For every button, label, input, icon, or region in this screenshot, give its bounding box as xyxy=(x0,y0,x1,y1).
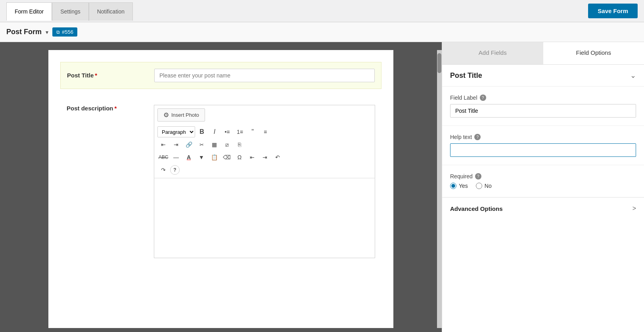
insert-photo-button[interactable]: ⚙ Insert Photo xyxy=(157,108,205,122)
post-description-field-row: Post description* ⚙ Insert Photo xyxy=(60,98,381,258)
form-id-badge[interactable]: ⧉ #556 xyxy=(52,27,77,37)
undo-button[interactable]: ↶ xyxy=(272,152,284,163)
save-form-button[interactable]: Save Form xyxy=(588,4,638,18)
main-tabs: Form Editor Settings Notification xyxy=(6,2,133,20)
blockquote-button[interactable]: " xyxy=(247,126,259,137)
required-yes-label: Yes xyxy=(459,183,468,189)
help-toolbar-button[interactable]: ? xyxy=(170,165,180,175)
outdent-button[interactable]: ⇤ xyxy=(246,152,258,163)
insert-photo-icon: ⚙ xyxy=(163,111,169,119)
required-radio-group: Yes No xyxy=(450,183,636,189)
required-help-icon[interactable]: ? xyxy=(475,173,481,180)
required-group: Required ? Yes No xyxy=(442,165,644,197)
required-yes-radio[interactable] xyxy=(450,183,456,189)
field-label-input[interactable] xyxy=(450,104,636,118)
editor-toolbar: Paragraph Heading 1 Heading 2 Heading 3 … xyxy=(154,124,375,178)
panel-tabs: Add Fields Field Options xyxy=(442,42,644,65)
form-canvas: Post Title* Post description* ⚙ xyxy=(48,50,393,328)
post-title-input[interactable] xyxy=(154,69,375,82)
unlink-button[interactable]: ✂ xyxy=(196,139,207,150)
font-color-arrow[interactable]: ▼ xyxy=(196,152,207,163)
scrollbar[interactable] xyxy=(437,50,442,328)
toolbar-row-4: ↷ ? xyxy=(157,164,372,176)
tab-field-options[interactable]: Field Options xyxy=(543,42,644,64)
insert-photo-label: Insert Photo xyxy=(171,112,199,118)
form-id-text: #556 xyxy=(62,29,73,35)
required-no-option[interactable]: No xyxy=(476,183,492,189)
eraser-button[interactable]: ⌫ xyxy=(221,152,233,163)
required-heading: Required ? xyxy=(450,173,636,180)
tab-notification[interactable]: Notification xyxy=(89,2,133,21)
scroll-thumb xyxy=(437,53,441,73)
horizontal-rule-button[interactable]: — xyxy=(170,152,182,163)
special-char-button[interactable]: Ω xyxy=(234,152,245,163)
form-title: Post Form xyxy=(6,28,42,36)
tab-form-editor[interactable]: Form Editor xyxy=(6,2,52,21)
advanced-options-chevron-icon: > xyxy=(632,205,636,212)
source-button[interactable]: ⎘ xyxy=(234,139,245,150)
help-text-heading: Help text ? xyxy=(450,134,636,140)
required-asterisk: * xyxy=(95,72,97,79)
field-label-group: Field Label ? xyxy=(442,87,644,126)
top-bar: Form Editor Settings Notification Save F… xyxy=(0,0,644,22)
tab-add-fields[interactable]: Add Fields xyxy=(442,42,543,64)
required-label-text: Required xyxy=(450,173,473,180)
field-label-text: Field Label xyxy=(450,95,477,101)
link-button[interactable]: 🔗 xyxy=(183,139,195,150)
toolbar-row-2: ⇤ ⇥ 🔗 ✂ ▦ ⧄ ⎘ xyxy=(157,139,372,150)
main-layout: Post Title* Post description* ⚙ xyxy=(0,42,644,332)
paragraph-select[interactable]: Paragraph Heading 1 Heading 2 Heading 3 xyxy=(157,126,195,137)
copy-icon: ⧉ xyxy=(56,29,60,35)
unordered-list-button[interactable]: •≡ xyxy=(221,126,233,137)
required-no-radio[interactable] xyxy=(476,183,482,189)
field-label-help-icon[interactable]: ? xyxy=(480,95,486,101)
desc-required-asterisk: * xyxy=(115,105,117,112)
advanced-options-row[interactable]: Advanced Options > xyxy=(442,197,644,219)
editor-container: ⚙ Insert Photo Paragraph Heading 1 Headi… xyxy=(154,105,375,258)
form-title-chevron-icon[interactable]: ▾ xyxy=(46,29,48,35)
italic-button[interactable]: I xyxy=(209,126,220,137)
font-color-button[interactable]: A xyxy=(183,152,195,163)
align-center-button[interactable]: ⇥ xyxy=(170,139,182,150)
post-title-label: Post Title* xyxy=(67,69,154,79)
right-panel: Add Fields Field Options Post Title ⌄ Fi… xyxy=(442,42,644,332)
ordered-list-button[interactable]: 1≡ xyxy=(234,126,246,137)
toolbar-row-1: Paragraph Heading 1 Heading 2 Heading 3 … xyxy=(157,126,372,137)
strikethrough-button[interactable]: ABC xyxy=(157,152,169,163)
fullscreen-button[interactable]: ⧄ xyxy=(221,139,233,150)
bold-button[interactable]: B xyxy=(196,126,208,137)
align-left-button[interactable]: ⇤ xyxy=(157,139,169,150)
field-label-heading: Field Label ? xyxy=(450,95,636,101)
advanced-options-label: Advanced Options xyxy=(450,205,503,212)
section-collapse-icon: ⌄ xyxy=(630,71,636,80)
indent-button[interactable]: ⇥ xyxy=(259,152,271,163)
post-title-field-row[interactable]: Post Title* xyxy=(60,62,381,89)
toolbar-row-3: ABC — A ▼ 📋 ⌫ Ω ⇤ ⇥ ↶ xyxy=(157,152,372,163)
help-text-input[interactable] xyxy=(450,143,636,157)
sub-header: Post Form ▾ ⧉ #556 xyxy=(0,22,644,42)
help-text-help-icon[interactable]: ? xyxy=(474,134,481,140)
insert-photo-wrapper: ⚙ Insert Photo xyxy=(154,105,375,122)
form-editor-area: Post Title* Post description* ⚙ xyxy=(0,42,442,332)
paste-button[interactable]: 📋 xyxy=(208,152,220,163)
field-section-title: Post Title xyxy=(450,71,482,80)
field-section-header[interactable]: Post Title ⌄ xyxy=(442,65,644,87)
align-button[interactable]: ≡ xyxy=(259,126,271,137)
tab-settings[interactable]: Settings xyxy=(52,2,89,21)
redo-button[interactable]: ↷ xyxy=(157,164,169,176)
table-button[interactable]: ▦ xyxy=(208,139,220,150)
required-yes-option[interactable]: Yes xyxy=(450,183,468,189)
help-text-group: Help text ? xyxy=(442,126,644,165)
required-no-label: No xyxy=(485,183,492,189)
help-text-label: Help text xyxy=(450,134,472,140)
editor-content[interactable] xyxy=(154,178,375,258)
post-description-label: Post description* xyxy=(67,105,154,112)
